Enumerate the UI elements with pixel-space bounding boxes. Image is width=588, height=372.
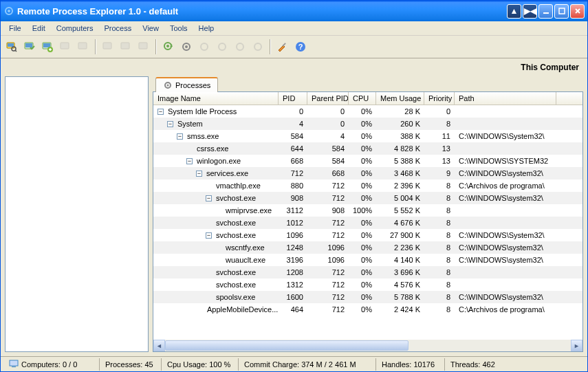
cell: 0 bbox=[424, 107, 455, 116]
tree-expander-icon[interactable]: − bbox=[196, 171, 202, 177]
toolbar: ? bbox=[1, 36, 587, 58]
cell: 13 bbox=[424, 144, 455, 153]
column-header[interactable]: Mem Usage bbox=[376, 92, 424, 105]
menu-tools[interactable]: Tools bbox=[164, 23, 193, 34]
titlebar-custom-up-button[interactable]: ▲ bbox=[507, 4, 521, 19]
cell: 8 bbox=[424, 281, 455, 289]
cell: 0% bbox=[349, 182, 376, 190]
process-name: svchost.exe bbox=[216, 281, 256, 289]
process-row[interactable]: wmiprvse.exe3112908100%5 552 K8 bbox=[153, 204, 582, 217]
tree-expander-icon[interactable]: − bbox=[206, 195, 212, 201]
cell: C:\WINDOWS\System32\ bbox=[455, 132, 556, 140]
column-header[interactable]: Priority bbox=[424, 92, 455, 105]
titlebar-custom-sync-button[interactable]: ▶◀ bbox=[523, 4, 537, 19]
help-icon[interactable]: ? bbox=[292, 39, 309, 55]
computer-name-label: This Computer bbox=[1, 58, 587, 76]
cell: 0% bbox=[349, 194, 376, 202]
cell: 8 bbox=[424, 243, 455, 252]
svg-point-23 bbox=[166, 45, 169, 47]
process-row[interactable]: csrss.exe6445840%4 828 K13 bbox=[153, 142, 582, 155]
svg-point-35 bbox=[167, 85, 169, 87]
cell: C:\WINDOWS\system32\ bbox=[455, 293, 556, 301]
column-header[interactable]: Parent PID bbox=[307, 92, 349, 105]
computer-disabled-3-icon bbox=[100, 39, 116, 55]
maximize-button[interactable] bbox=[554, 4, 569, 19]
scroll-right-button[interactable]: ► bbox=[571, 340, 582, 351]
computer-disabled-5-icon bbox=[135, 39, 152, 55]
content-area: Processes Image NamePIDParent PIDCPUMem … bbox=[1, 76, 587, 356]
find-computer-icon[interactable] bbox=[3, 39, 20, 55]
cell: 0% bbox=[349, 157, 376, 165]
process-row[interactable]: −smss.exe58440%388 K11C:\WINDOWS\System3… bbox=[153, 130, 582, 142]
scroll-left-button[interactable]: ◄ bbox=[153, 340, 165, 351]
cell: 4 bbox=[307, 132, 349, 140]
cell: 4 140 K bbox=[376, 256, 424, 264]
process-row[interactable]: svchost.exe12087120%3 696 K8 bbox=[153, 266, 582, 278]
process-row[interactable]: wuauclt.exe319610960%4 140 K8C:\WINDOWS\… bbox=[153, 254, 582, 266]
cell: 712 bbox=[307, 194, 349, 202]
tree-expander-icon[interactable]: − bbox=[167, 121, 173, 127]
cell: 584 bbox=[307, 144, 349, 153]
minimize-button[interactable] bbox=[538, 4, 553, 19]
svg-rect-18 bbox=[78, 43, 87, 49]
process-row[interactable]: −System Idle Process000%28 K0 bbox=[153, 105, 582, 118]
menu-view[interactable]: View bbox=[137, 23, 164, 34]
tab-processes[interactable]: Processes bbox=[155, 77, 218, 92]
computers-tree-panel[interactable] bbox=[5, 76, 149, 352]
gear-refresh-icon[interactable] bbox=[160, 39, 177, 55]
tree-expander-icon[interactable]: − bbox=[206, 232, 212, 239]
process-row[interactable]: −services.exe7126680%3 468 K9C:\WINDOWS\… bbox=[153, 167, 582, 179]
svg-rect-17 bbox=[61, 43, 69, 49]
process-row[interactable]: svchost.exe10127120%4 676 K8 bbox=[153, 217, 582, 229]
close-button[interactable] bbox=[570, 4, 585, 19]
cell: 0% bbox=[349, 132, 376, 140]
tools-icon[interactable] bbox=[274, 39, 291, 55]
process-row[interactable]: −svchost.exe10967120%27 900 K8C:\WINDOWS… bbox=[153, 229, 582, 241]
svg-point-27 bbox=[201, 43, 208, 50]
process-row[interactable]: −System400%260 K8 bbox=[153, 118, 582, 130]
column-header[interactable]: Path bbox=[455, 92, 556, 105]
titlebar[interactable]: Remote Process Explorer 1.0 - default ▲ … bbox=[1, 1, 587, 21]
tree-expander-icon[interactable]: − bbox=[157, 109, 164, 115]
process-row[interactable]: vmacthlp.exe8807120%2 396 K8C:\Archivos … bbox=[153, 179, 582, 192]
status-processes: Processes: 45 bbox=[105, 360, 153, 369]
cell: 0 bbox=[307, 107, 349, 116]
process-row[interactable]: wscntfy.exe124810960%2 236 K8C:\WINDOWS\… bbox=[153, 241, 582, 254]
svg-line-9 bbox=[15, 50, 17, 52]
scroll-thumb[interactable] bbox=[165, 340, 409, 351]
cell: 5 388 K bbox=[376, 157, 424, 165]
computer-disabled-1-icon bbox=[57, 39, 74, 55]
cell: 0% bbox=[349, 293, 376, 301]
column-header[interactable]: CPU bbox=[349, 92, 376, 105]
process-row[interactable]: AppleMobileDevice...4647120%2 424 K8C:\A… bbox=[153, 303, 582, 316]
menu-computers[interactable]: Computers bbox=[51, 23, 99, 34]
computer-add-icon[interactable] bbox=[39, 39, 56, 55]
grid-body[interactable]: −System Idle Process000%28 K0−System400%… bbox=[153, 105, 582, 340]
menu-file[interactable]: File bbox=[3, 23, 27, 34]
process-row[interactable]: −winlogon.exe6685840%5 388 K13C:\WINDOWS… bbox=[153, 155, 582, 167]
process-row[interactable]: −svchost.exe9087120%5 004 K8C:\WINDOWS\s… bbox=[153, 192, 582, 204]
cell: 27 900 K bbox=[376, 231, 424, 239]
gear-stop-icon[interactable] bbox=[178, 39, 195, 55]
process-row[interactable]: svchost.exe13127120%4 576 K8 bbox=[153, 278, 582, 291]
menu-help[interactable]: Help bbox=[193, 23, 220, 34]
process-row[interactable]: spoolsv.exe16007120%5 788 K8C:\WINDOWS\s… bbox=[153, 291, 582, 303]
cell: 3112 bbox=[279, 206, 307, 215]
menu-process[interactable]: Process bbox=[99, 23, 138, 34]
column-header[interactable]: Image Name bbox=[153, 92, 279, 105]
cell: 8 bbox=[424, 182, 455, 190]
cell: 4 676 K bbox=[376, 219, 424, 227]
column-header[interactable]: PID bbox=[279, 92, 307, 105]
cell: 1012 bbox=[279, 219, 307, 227]
cell: 13 bbox=[424, 157, 455, 165]
toolbar-separator bbox=[270, 39, 271, 54]
cell: 260 K bbox=[376, 120, 424, 128]
svg-rect-2 bbox=[543, 12, 549, 14]
menu-edit[interactable]: Edit bbox=[27, 23, 51, 34]
cell: 8 bbox=[424, 219, 455, 227]
gear-disabled-2-icon bbox=[214, 39, 230, 55]
computer-check-icon[interactable] bbox=[21, 39, 38, 55]
horizontal-scrollbar[interactable]: ◄ ► bbox=[153, 340, 582, 351]
tree-expander-icon[interactable]: − bbox=[177, 133, 183, 140]
tree-expander-icon[interactable]: − bbox=[186, 158, 193, 164]
